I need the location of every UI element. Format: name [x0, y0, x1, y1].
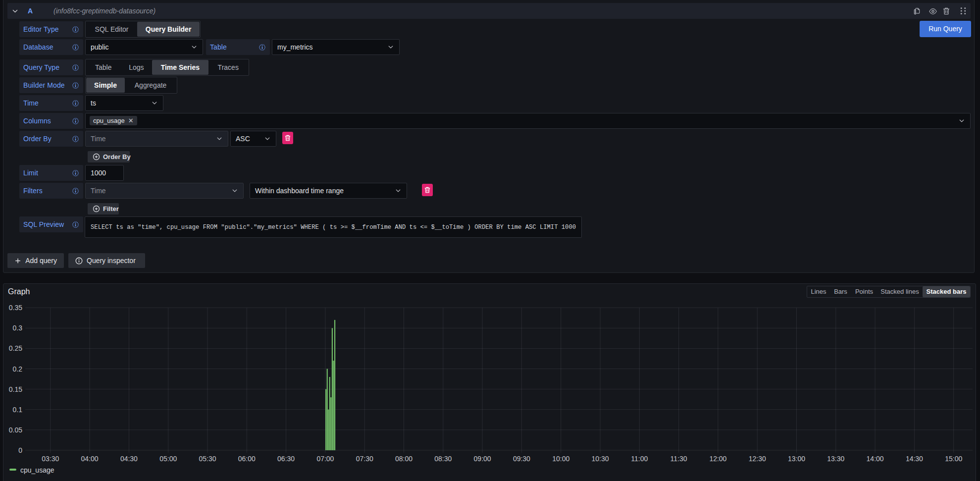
svg-text:14:00: 14:00: [867, 455, 884, 463]
svg-text:10:00: 10:00: [552, 455, 569, 463]
svg-text:0.1: 0.1: [13, 406, 23, 414]
svg-text:0.2: 0.2: [13, 365, 23, 373]
svg-text:0.15: 0.15: [9, 385, 22, 393]
svg-text:03:30: 03:30: [42, 455, 59, 463]
svg-text:15:00: 15:00: [945, 455, 962, 463]
svg-text:0: 0: [18, 446, 22, 454]
svg-text:12:30: 12:30: [749, 455, 766, 463]
svg-text:13:00: 13:00: [788, 455, 805, 463]
svg-text:05:00: 05:00: [159, 455, 177, 463]
svg-text:13:30: 13:30: [827, 455, 844, 463]
svg-text:0.3: 0.3: [13, 324, 23, 332]
svg-text:0.25: 0.25: [9, 344, 22, 352]
svg-text:04:00: 04:00: [81, 455, 99, 463]
svg-text:07:00: 07:00: [316, 455, 334, 463]
svg-text:14:30: 14:30: [906, 455, 923, 463]
svg-text:08:00: 08:00: [395, 455, 413, 463]
svg-text:12:00: 12:00: [709, 455, 726, 463]
svg-text:11:00: 11:00: [631, 455, 648, 463]
svg-text:06:30: 06:30: [277, 455, 295, 463]
svg-text:09:00: 09:00: [474, 455, 491, 463]
svg-text:05:30: 05:30: [199, 455, 216, 463]
svg-text:11:30: 11:30: [671, 455, 687, 463]
svg-text:09:30: 09:30: [513, 455, 530, 463]
svg-text:0.05: 0.05: [9, 426, 22, 434]
svg-text:06:00: 06:00: [238, 455, 256, 463]
svg-text:04:30: 04:30: [120, 455, 138, 463]
svg-text:07:30: 07:30: [356, 455, 373, 463]
svg-text:08:30: 08:30: [434, 455, 452, 463]
svg-text:0.35: 0.35: [9, 304, 22, 312]
svg-text:10:30: 10:30: [591, 455, 609, 463]
